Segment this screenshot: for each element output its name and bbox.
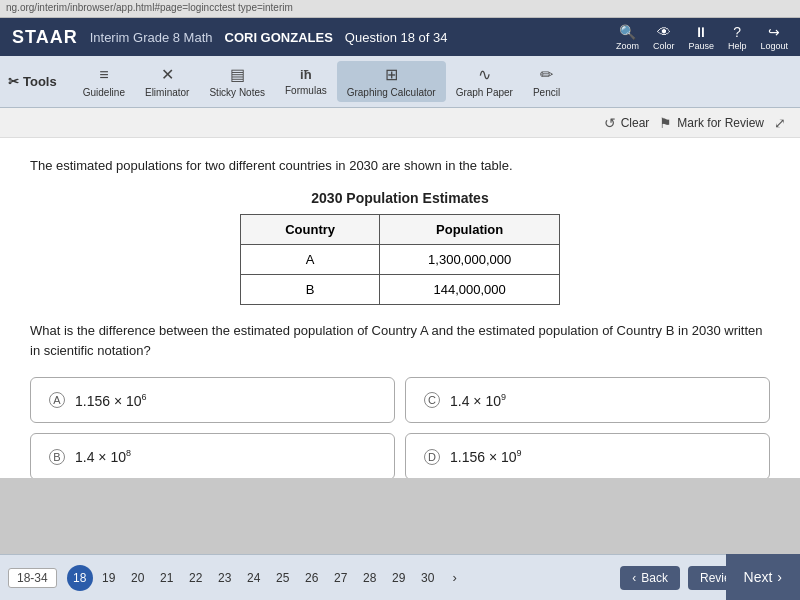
table-title: 2030 Population Estimates bbox=[30, 190, 770, 206]
header-icons: 🔍 Zoom 👁 Color ⏸ Pause ? Help ↪ Logout bbox=[616, 24, 788, 51]
choice-text-b: 1.4 × 108 bbox=[75, 448, 131, 465]
page-num-21[interactable]: 21 bbox=[154, 565, 180, 591]
choice-text-d: 1.156 × 109 bbox=[450, 448, 522, 465]
next-arrow-icon: › bbox=[777, 569, 782, 585]
page-num-18[interactable]: 18 bbox=[67, 565, 93, 591]
choice-text-a: 1.156 × 106 bbox=[75, 392, 147, 409]
table-header-population: Population bbox=[380, 214, 560, 244]
help-icon: ? bbox=[733, 24, 741, 40]
graphing-calculator-button[interactable]: ⊞ Graphing Calculator bbox=[337, 61, 446, 102]
zoom-button[interactable]: 🔍 Zoom bbox=[616, 24, 639, 51]
content-area: The estimated populations for two differ… bbox=[0, 138, 800, 478]
population-b: 144,000,000 bbox=[380, 274, 560, 304]
tools-icon: ✂ bbox=[8, 74, 19, 89]
eliminator-button[interactable]: ✕ Eliminator bbox=[135, 61, 199, 102]
page-num-20[interactable]: 20 bbox=[125, 565, 151, 591]
clear-button[interactable]: ↺ Clear bbox=[604, 115, 650, 131]
header-subtitle: Interim Grade 8 Math bbox=[90, 30, 213, 45]
page-num-26[interactable]: 26 bbox=[299, 565, 325, 591]
back-button[interactable]: ‹ Back bbox=[620, 566, 680, 590]
browser-bar: ng.org/interim/inbrowser/app.html#page=l… bbox=[0, 0, 800, 18]
answer-choice-c[interactable]: C 1.4 × 109 bbox=[405, 377, 770, 424]
country-b: B bbox=[241, 274, 380, 304]
page-num-19[interactable]: 19 bbox=[96, 565, 122, 591]
staar-logo: STAAR bbox=[12, 27, 78, 48]
choice-letter-c: C bbox=[424, 392, 440, 408]
header-question-info: Question 18 of 34 bbox=[345, 30, 448, 45]
expand-icon: ⤢ bbox=[774, 115, 786, 131]
color-icon: 👁 bbox=[657, 24, 671, 40]
bottom-nav: 18-34 18 19 20 21 22 23 24 25 26 27 28 2… bbox=[0, 554, 800, 600]
question-range: 18-34 bbox=[8, 568, 57, 588]
table-row: B 144,000,000 bbox=[241, 274, 560, 304]
help-button[interactable]: ? Help bbox=[728, 24, 747, 51]
guideline-icon: ≡ bbox=[99, 66, 108, 84]
browser-url: ng.org/interim/inbrowser/app.html#page=l… bbox=[6, 2, 293, 13]
eliminator-icon: ✕ bbox=[161, 65, 174, 84]
main-question-text: What is the difference between the estim… bbox=[30, 321, 770, 361]
page-num-24[interactable]: 24 bbox=[241, 565, 267, 591]
clear-icon: ↺ bbox=[604, 115, 616, 131]
next-button[interactable]: Next › bbox=[726, 554, 800, 600]
header: STAAR Interim Grade 8 Math CORI GONZALES… bbox=[0, 18, 800, 56]
table-row: A 1,300,000,000 bbox=[241, 244, 560, 274]
choice-letter-d: D bbox=[424, 449, 440, 465]
pencil-button[interactable]: ✏ Pencil bbox=[523, 61, 570, 102]
page-num-27[interactable]: 27 bbox=[328, 565, 354, 591]
color-button[interactable]: 👁 Color bbox=[653, 24, 675, 51]
table-header-country: Country bbox=[241, 214, 380, 244]
sticky-notes-button[interactable]: ▤ Sticky Notes bbox=[199, 61, 275, 102]
tools-button[interactable]: ✂ Tools bbox=[8, 74, 57, 89]
logout-button[interactable]: ↪ Logout bbox=[760, 24, 788, 51]
answer-choice-d[interactable]: D 1.156 × 109 bbox=[405, 433, 770, 478]
toolbar-items: ≡ Guideline ✕ Eliminator ▤ Sticky Notes … bbox=[73, 61, 570, 102]
zoom-icon: 🔍 bbox=[619, 24, 636, 40]
page-num-22[interactable]: 22 bbox=[183, 565, 209, 591]
population-table: Country Population A 1,300,000,000 B 144… bbox=[240, 214, 560, 305]
pause-button[interactable]: ⏸ Pause bbox=[688, 24, 714, 51]
choice-letter-b: B bbox=[49, 449, 65, 465]
choice-text-c: 1.4 × 109 bbox=[450, 392, 506, 409]
header-user: CORI GONZALES bbox=[225, 30, 333, 45]
intro-text: The estimated populations for two differ… bbox=[30, 156, 770, 176]
population-a: 1,300,000,000 bbox=[380, 244, 560, 274]
toolbar: ✂ Tools ≡ Guideline ✕ Eliminator ▤ Stick… bbox=[0, 56, 800, 108]
page-num-30[interactable]: 30 bbox=[415, 565, 441, 591]
sticky-notes-icon: ▤ bbox=[230, 65, 245, 84]
header-left: STAAR Interim Grade 8 Math CORI GONZALES… bbox=[12, 27, 447, 48]
pause-icon: ⏸ bbox=[694, 24, 708, 40]
page-num-25[interactable]: 25 bbox=[270, 565, 296, 591]
answer-choice-b[interactable]: B 1.4 × 108 bbox=[30, 433, 395, 478]
country-a: A bbox=[241, 244, 380, 274]
choice-letter-a: A bbox=[49, 392, 65, 408]
formulas-icon: iħ bbox=[300, 67, 312, 82]
logout-icon: ↪ bbox=[768, 24, 780, 40]
answer-choice-a[interactable]: A 1.156 × 106 bbox=[30, 377, 395, 424]
answers-grid: A 1.156 × 106 C 1.4 × 109 B 1.4 × 108 D … bbox=[30, 377, 770, 478]
flag-icon: ⚑ bbox=[659, 115, 672, 131]
graph-paper-button[interactable]: ∿ Graph Paper bbox=[446, 61, 523, 102]
graphing-calculator-icon: ⊞ bbox=[385, 65, 398, 84]
page-num-29[interactable]: 29 bbox=[386, 565, 412, 591]
page-next-arrow[interactable]: › bbox=[444, 567, 466, 589]
guideline-button[interactable]: ≡ Guideline bbox=[73, 62, 135, 102]
action-bar: ↺ Clear ⚑ Mark for Review ⤢ bbox=[0, 108, 800, 138]
page-num-23[interactable]: 23 bbox=[212, 565, 238, 591]
pencil-icon: ✏ bbox=[540, 65, 553, 84]
page-num-28[interactable]: 28 bbox=[357, 565, 383, 591]
mark-review-button[interactable]: ⚑ Mark for Review bbox=[659, 115, 764, 131]
page-numbers: 18 19 20 21 22 23 24 25 26 27 28 29 30 › bbox=[67, 565, 621, 591]
formulas-button[interactable]: iħ Formulas bbox=[275, 63, 337, 100]
back-arrow-icon: ‹ bbox=[632, 571, 636, 585]
expand-button[interactable]: ⤢ bbox=[774, 115, 786, 131]
graph-paper-icon: ∿ bbox=[478, 65, 491, 84]
